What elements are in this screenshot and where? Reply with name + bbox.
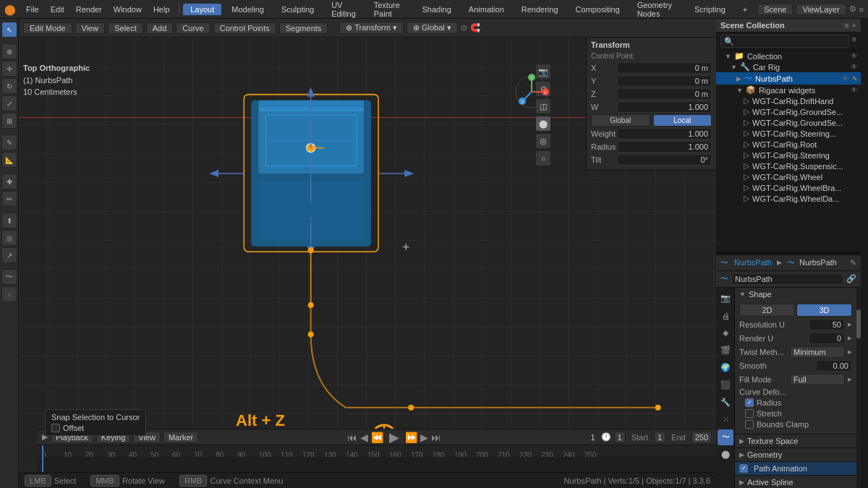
timeline-ruler[interactable]: 0 10 20 30 40 50 60 70 80 90 100 110 120… [38, 445, 716, 457]
current-frame[interactable]: 1 [590, 433, 595, 442]
tool-add-curve[interactable]: ✚ [1, 174, 17, 189]
tree-item-wgt-1[interactable]: ▷ WGT-CarRig.DriftHand [716, 95, 861, 106]
tab-compositing[interactable]: Compositing [569, 4, 627, 15]
curve-menu[interactable]: Curve [176, 22, 210, 34]
tree-item-wgt-7[interactable]: ▷ WGT-CarRig.Suspensic... [716, 160, 861, 171]
tree-item-car-rig[interactable]: ▼ 🔧 Car Rig 👁 [716, 61, 861, 72]
fill-mode-arrow[interactable]: ▸ [848, 374, 852, 384]
prop-icon-particles[interactable]: ⁙ [718, 412, 733, 428]
scene-selector[interactable]: Scene [757, 4, 793, 15]
nurbspath-eye[interactable]: 👁 [842, 74, 849, 82]
resolution-arrow[interactable]: ▸ [848, 320, 852, 329]
local-toggle[interactable]: Local [653, 114, 712, 127]
add-menu[interactable]: Add [146, 22, 174, 34]
menu-file[interactable]: File [22, 4, 43, 15]
path-animation-header[interactable]: Path Animation [735, 462, 856, 475]
obj-link-icon[interactable]: 🔗 [846, 274, 856, 283]
filter-icon[interactable]: ≡ [844, 21, 848, 30]
tab-scripting[interactable]: Scripting [687, 4, 733, 15]
tool-smooth[interactable]: 〜 [1, 269, 17, 285]
prop-icon-modifier[interactable]: 🔧 [718, 395, 733, 411]
tab-rendering[interactable]: Rendering [514, 4, 566, 15]
global-toggle[interactable]: Global [591, 114, 650, 127]
geometry-header[interactable]: ▶ Geometry [735, 448, 856, 461]
timeline-content[interactable] [38, 457, 716, 473]
tool-transform[interactable]: ⊞ [1, 113, 17, 129]
tool-scale[interactable]: ⤢ [1, 95, 17, 111]
shading-material-btn[interactable]: ◎ [535, 133, 551, 149]
prop-icon-output[interactable]: 🖨 [718, 308, 733, 324]
obj-name-input[interactable]: NurbsPath [731, 273, 843, 285]
snap-offset-checkbox[interactable] [51, 424, 60, 432]
axis-widget[interactable]: Y X Z [514, 74, 550, 111]
tool-randomize[interactable]: ⁙ [1, 286, 17, 302]
tool-cursor[interactable]: ⊕ [1, 43, 17, 59]
tab-uv-editing[interactable]: UV Editing [324, 0, 364, 20]
jump-end-btn[interactable]: ⏭ [431, 432, 441, 443]
tree-item-wgt-6[interactable]: ▷ WGT-CarRig.Steering [716, 150, 861, 160]
btn-2d[interactable]: 2D [739, 304, 795, 317]
proportional-edit[interactable]: ⊙ [461, 23, 467, 33]
jump-prev-btn[interactable]: ⏪ [371, 432, 383, 443]
preferences-icon[interactable]: ≡ [859, 5, 864, 14]
texture-space-header[interactable]: ▶ Texture Space [735, 435, 856, 448]
segments-menu[interactable]: Segments [279, 22, 328, 34]
tab-geometry-nodes[interactable]: Geometry Nodes [630, 0, 684, 20]
mode-selector[interactable]: Edit Mode [23, 22, 72, 34]
tool-tilt[interactable]: ↗ [1, 247, 17, 263]
prop-icon-world[interactable]: 🌍 [718, 360, 733, 376]
tree-item-wgt-8[interactable]: ▷ WGT-CarRig.Wheel [716, 171, 861, 182]
tab-animation[interactable]: Animation [461, 4, 511, 15]
tree-item-rigacar-widgets[interactable]: ▼ 📦 Rigacar widgets 👁 [716, 85, 861, 95]
tool-select[interactable]: ↖ [1, 22, 17, 38]
end-frame-input[interactable]: 250 [692, 432, 712, 443]
view-menu[interactable]: View [75, 22, 106, 34]
frame-display[interactable]: 1 [614, 432, 626, 443]
jump-start-btn[interactable]: ⏮ [347, 432, 357, 443]
marker-btn[interactable]: Marker [163, 432, 198, 443]
start-frame-input[interactable]: 1 [654, 432, 665, 443]
prop-icon-view-layer[interactable]: ◈ [718, 325, 733, 341]
breadcrumb-edit-icon[interactable]: ✎ [850, 258, 856, 267]
prop-icon-scene[interactable]: 🎬 [718, 343, 733, 359]
view-layer-selector[interactable]: ViewLayer [796, 4, 846, 15]
shape-section-header[interactable]: ▼ Shape [735, 288, 856, 301]
twist-arrow[interactable]: ▸ [848, 347, 852, 356]
render-u-value[interactable]: 0 [809, 333, 845, 344]
prop-icon-curve[interactable]: 〜 [720, 257, 728, 268]
tree-item-wgt-5[interactable]: ▷ WGT-CarRig.Root [716, 139, 861, 150]
radius-checkbox[interactable] [745, 398, 754, 407]
play-btn[interactable]: ▶ [386, 429, 402, 445]
render-u-arrow[interactable]: ▸ [848, 333, 852, 343]
car-rig-eye[interactable]: 👁 [851, 63, 858, 71]
tab-shading[interactable]: Shading [414, 4, 458, 15]
tab-texture-paint[interactable]: Texture Paint [367, 0, 412, 20]
jump-next-btn[interactable]: ⏩ [405, 432, 417, 443]
menu-window[interactable]: Window [109, 4, 146, 15]
tool-extrude[interactable]: ⬆ [1, 213, 17, 228]
tab-add[interactable]: + [736, 4, 754, 15]
collection-eye[interactable]: 👁 [851, 52, 858, 60]
stretch-checkbox[interactable] [745, 409, 754, 418]
snap-toggle[interactable]: 🧲 [470, 23, 480, 33]
transform-selector[interactable]: ⊕ Transform ▾ [339, 22, 404, 34]
radius-value[interactable]: 1.000 [617, 141, 712, 153]
resolution-value[interactable]: 50 [809, 319, 845, 330]
menu-help[interactable]: Help [149, 4, 174, 15]
scene-search-input[interactable] [720, 35, 849, 48]
add-collection-icon[interactable]: + [852, 21, 856, 30]
shading-solid-btn[interactable]: ⬤ [535, 116, 551, 132]
tool-annotate[interactable]: ✎ [1, 134, 17, 150]
prop-icon-object[interactable]: ⬛ [718, 377, 733, 393]
smooth-value[interactable]: 0.00 [816, 360, 852, 372]
weight-value[interactable]: 1.000 [617, 128, 712, 140]
prop-icon-data[interactable]: 〜 [718, 429, 733, 445]
path-animation-checkbox[interactable] [739, 464, 748, 473]
tab-modeling[interactable]: Modeling [224, 4, 271, 15]
y-value[interactable]: 0 m [617, 75, 712, 87]
next-frame-btn[interactable]: ▶ [420, 432, 428, 443]
rigacar-eye[interactable]: 👁 [851, 86, 858, 94]
active-spline-header[interactable]: ▶ Active Spline [735, 476, 856, 489]
prop-icon-render[interactable]: 📷 [718, 291, 733, 307]
tool-move[interactable]: ✛ [1, 61, 17, 77]
